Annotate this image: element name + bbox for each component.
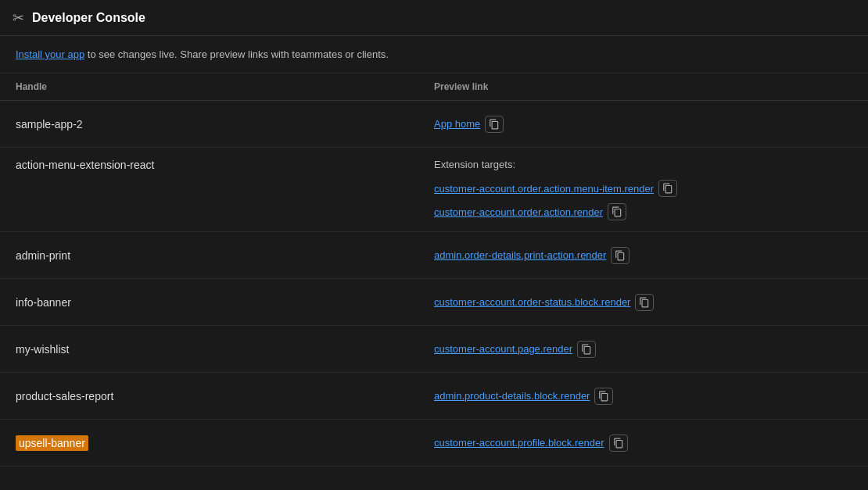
handle-value: info-banner [16,296,434,309]
copy-icon [612,206,622,217]
preview-link-row: App home [434,116,852,133]
table-row: action-menu-extension-react Extension ta… [0,148,868,232]
copy-button[interactable] [611,247,629,264]
copy-button[interactable] [577,341,596,358]
info-banner-link[interactable]: customer-account.order-status.block.rend… [434,296,630,308]
preview-cell: customer-account.profile.block.render [434,435,852,452]
copy-icon [598,391,609,402]
copy-button[interactable] [485,116,504,133]
column-handle: Handle [16,81,434,92]
preview-cell: App home [434,116,852,133]
copy-icon [662,183,673,194]
table-row: info-banner customer-account.order-statu… [0,279,868,326]
preview-link-row: admin.product-details.block.render [434,388,852,405]
copy-icon [489,119,500,130]
handle-value: upsell-banner [16,435,434,451]
copy-button[interactable] [594,388,613,405]
extension-link-2[interactable]: customer-account.order.action.render [434,206,603,218]
table-row: upsell-banner customer-account.profile.b… [0,420,868,467]
preview-cell: customer-account.order-status.block.rend… [434,294,852,311]
handle-value: action-menu-extension-react [16,159,434,171]
column-preview-link: Preview link [434,81,852,92]
preview-link-row: admin.order-details.print-action.render [434,247,852,264]
copy-icon [639,297,650,308]
copy-icon [615,250,626,261]
preview-cell: admin.order-details.print-action.render [434,247,852,264]
table-row: sample-app-2 App home [0,101,868,148]
extension-link-1[interactable]: customer-account.order.action.menu-item.… [434,183,654,195]
copy-button[interactable] [635,294,654,311]
table-row: product-sales-report admin.product-detai… [0,373,868,420]
preview-link-row: customer-account.order.action.render [434,203,852,220]
info-bar-message: to see changes live. Share preview links… [84,48,389,60]
handle-value: my-wishlist [16,343,434,356]
table-header: Handle Preview link [0,73,868,101]
info-bar: Install your app to see changes live. Sh… [0,36,868,73]
copy-button[interactable] [658,180,677,197]
header-title: Developer Console [32,11,145,25]
copy-icon [581,344,592,355]
handle-value: admin-print [16,249,434,262]
handle-value: product-sales-report [16,390,434,402]
copy-icon [613,438,624,449]
extension-targets-label: Extension targets: [434,159,852,170]
app-home-link[interactable]: App home [434,118,480,130]
handle-highlighted: upsell-banner [16,435,88,451]
preview-link-row: customer-account.profile.block.render [434,435,852,452]
preview-link-row: customer-account.order-status.block.rend… [434,294,852,311]
scissors-icon: ✂ [13,9,24,27]
preview-link-row: customer-account.order.action.menu-item.… [434,180,852,197]
table-row: admin-print admin.order-details.print-ac… [0,232,868,279]
preview-cell: Extension targets: customer-account.orde… [434,159,852,220]
copy-button[interactable] [608,203,626,220]
wishlist-link[interactable]: customer-account.page.render [434,343,572,355]
table-row: my-wishlist customer-account.page.render [0,326,868,373]
upsell-banner-link[interactable]: customer-account.profile.block.render [434,437,604,449]
copy-button[interactable] [609,435,628,452]
handle-value: sample-app-2 [16,118,434,131]
main-table: Handle Preview link sample-app-2 App hom… [0,73,868,467]
preview-cell: admin.product-details.block.render [434,388,852,405]
preview-cell: customer-account.page.render [434,341,852,358]
product-sales-link[interactable]: admin.product-details.block.render [434,390,590,402]
header: ✂ Developer Console [0,0,868,36]
install-app-link[interactable]: Install your app [16,48,84,60]
admin-print-link[interactable]: admin.order-details.print-action.render [434,249,606,261]
preview-link-row: customer-account.page.render [434,341,852,358]
